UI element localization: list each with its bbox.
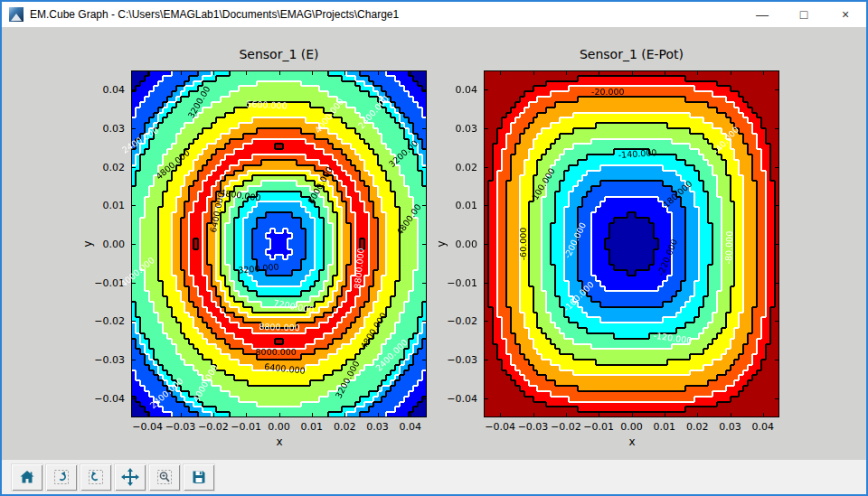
close-button[interactable]: × bbox=[825, 2, 866, 27]
window-title: EM.Cube Graph - C:\Users\EMAGLab1\Docume… bbox=[30, 8, 399, 21]
y-tick-label: 0.01 bbox=[103, 200, 126, 211]
y-tick-label: 0.01 bbox=[456, 200, 478, 211]
minimize-button[interactable]: — bbox=[741, 2, 783, 27]
home-icon bbox=[18, 468, 36, 486]
pan-button[interactable] bbox=[114, 463, 146, 491]
save-button[interactable] bbox=[183, 463, 215, 491]
back-arrow-icon bbox=[52, 468, 71, 486]
plot-title-epot: Sensor_1 (E-Pot) bbox=[484, 47, 779, 61]
y-tick-label: 0.00 bbox=[103, 239, 126, 250]
x-tick-label: −0.04 bbox=[132, 421, 163, 433]
app-window: EM.Cube Graph - C:\Users\EMAGLab1\Docume… bbox=[0, 0, 868, 496]
y-tick-label: 0.03 bbox=[456, 123, 478, 135]
zoom-button[interactable] bbox=[148, 463, 181, 491]
x-tick-label: −0.02 bbox=[198, 421, 229, 433]
y-tick-label: 0.02 bbox=[456, 161, 478, 173]
x-tick-label: −0.02 bbox=[551, 421, 581, 433]
plot-toolbar bbox=[2, 460, 866, 494]
contour-canvas-e bbox=[131, 70, 427, 417]
y-axis-label-e: y bbox=[81, 240, 94, 247]
figure-canvas: Sensor_1 (E) Sensor_1 (E-Pot) −0.04−0.04… bbox=[2, 27, 866, 462]
x-tick-label: 0.02 bbox=[334, 421, 356, 433]
maximize-button[interactable]: □ bbox=[783, 2, 825, 27]
y-tick-label: −0.01 bbox=[94, 276, 125, 288]
x-tick-label: 0.03 bbox=[366, 421, 389, 433]
plot-area-e[interactable]: −0.04−0.04−0.03−0.03−0.02−0.02−0.01−0.01… bbox=[131, 70, 427, 417]
x-tick-label: 0.02 bbox=[686, 421, 709, 433]
y-tick-label: 0.00 bbox=[456, 239, 478, 250]
x-tick-label: 0.04 bbox=[752, 421, 775, 433]
zoom-magnifier-icon bbox=[156, 468, 174, 486]
plot-area-epot[interactable]: −0.04−0.04−0.03−0.03−0.02−0.02−0.01−0.01… bbox=[484, 70, 779, 417]
y-tick-label: −0.03 bbox=[447, 354, 477, 366]
x-tick-label: 0.00 bbox=[268, 421, 290, 433]
y-tick-label: −0.04 bbox=[447, 392, 477, 404]
x-tick-label: 0.01 bbox=[654, 421, 676, 433]
pan-move-icon bbox=[120, 467, 140, 487]
title-bar: EM.Cube Graph - C:\Users\EMAGLab1\Docume… bbox=[2, 2, 866, 27]
forward-button[interactable] bbox=[80, 463, 112, 491]
x-axis-label-e: x bbox=[276, 435, 282, 448]
window-controls: — □ × bbox=[741, 2, 866, 27]
save-floppy-icon bbox=[190, 468, 208, 486]
back-button[interactable] bbox=[45, 463, 78, 491]
contour-canvas-epot bbox=[484, 70, 779, 417]
app-icon bbox=[9, 7, 24, 22]
x-tick-label: −0.03 bbox=[165, 421, 196, 433]
y-tick-label: −0.01 bbox=[447, 276, 477, 288]
home-button[interactable] bbox=[11, 463, 43, 491]
y-tick-label: −0.04 bbox=[94, 392, 125, 404]
x-tick-label: −0.04 bbox=[485, 421, 515, 433]
forward-arrow-icon bbox=[87, 468, 105, 486]
y-tick-label: −0.03 bbox=[94, 354, 125, 366]
x-tick-label: −0.01 bbox=[583, 421, 614, 433]
x-tick-label: 0.01 bbox=[301, 421, 324, 433]
x-tick-label: 0.03 bbox=[719, 421, 741, 433]
plot-title-e: Sensor_1 (E) bbox=[131, 47, 427, 61]
x-axis-label-epot: x bbox=[628, 435, 635, 448]
x-tick-label: −0.01 bbox=[231, 421, 261, 433]
y-tick-label: 0.03 bbox=[103, 123, 126, 135]
y-tick-label: −0.02 bbox=[447, 315, 477, 327]
x-tick-label: −0.03 bbox=[518, 421, 549, 433]
y-tick-label: 0.02 bbox=[103, 161, 126, 173]
y-tick-label: 0.04 bbox=[456, 84, 478, 96]
x-tick-label: 0.04 bbox=[400, 421, 422, 433]
y-tick-label: 0.04 bbox=[103, 84, 126, 96]
y-tick-label: −0.02 bbox=[94, 315, 125, 327]
y-axis-label-epot: y bbox=[435, 240, 448, 247]
x-tick-label: 0.00 bbox=[620, 421, 643, 433]
